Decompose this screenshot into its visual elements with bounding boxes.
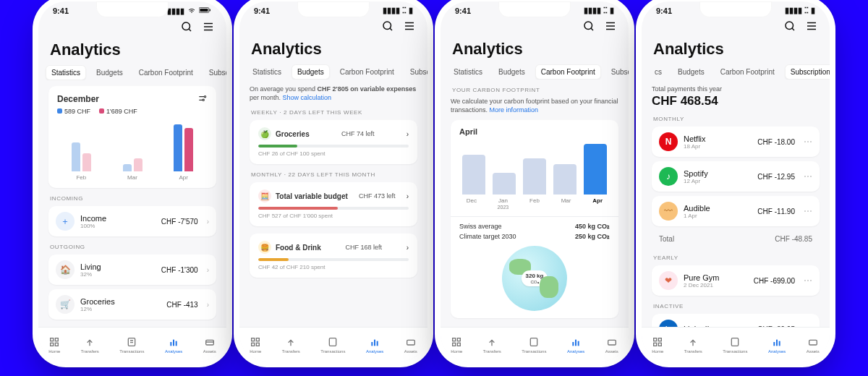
svg-rect-13 <box>176 341 177 346</box>
sum-icon: 🧮 <box>258 189 271 202</box>
search-icon[interactable] <box>582 20 595 35</box>
tab-budgets[interactable]: Budgets <box>493 64 531 80</box>
nav-home[interactable]: Home <box>451 336 462 354</box>
nav-home[interactable]: Home <box>48 336 60 354</box>
cart-icon: 🛒 <box>56 295 75 314</box>
phone-notch <box>297 1 370 17</box>
svg-rect-27 <box>458 338 461 341</box>
tab-carbon[interactable]: Carbon Footprint <box>133 65 199 80</box>
more-info-link[interactable]: More information <box>490 106 539 114</box>
more-icon[interactable]: ⋯ <box>804 275 812 286</box>
content-scroll[interactable]: YOUR CARBON FOOTPRINT We calculate your … <box>441 80 629 353</box>
income-row[interactable]: ＋ Income 100% CHF -7'570 › <box>48 206 216 236</box>
search-icon[interactable] <box>180 20 193 36</box>
nav-transfers[interactable]: Transfers <box>684 336 702 354</box>
tab-carbon[interactable]: Carbon Footprint <box>715 64 780 80</box>
chevron-right-icon: › <box>407 192 409 200</box>
svg-point-15 <box>383 22 391 30</box>
nav-transactions[interactable]: Transactions <box>119 336 144 354</box>
tab-carbon[interactable]: Carbon Footprint <box>535 64 601 80</box>
nav-transactions[interactable]: Transactions <box>522 336 546 354</box>
bar-apr <box>584 144 607 195</box>
svg-rect-26 <box>453 338 456 341</box>
nav-transactions[interactable]: Transactions <box>723 336 747 354</box>
nav-assets[interactable]: Assets <box>605 336 618 354</box>
netflix-icon: N <box>659 132 678 151</box>
nav-analyses[interactable]: Analyses <box>366 336 383 354</box>
stat-swiss-average: Swiss average450 kg CO₂ <box>459 223 610 230</box>
tab-budgets[interactable]: Budgets <box>292 64 330 80</box>
tab-statistics[interactable]: Statistics <box>247 64 287 80</box>
chevron-right-icon: › <box>407 244 409 252</box>
outgoing-row-living[interactable]: 🏠 Living 32% CHF -1'300 › <box>48 255 216 285</box>
svg-rect-9 <box>56 343 59 346</box>
monthly-card: N Netflix18 Apr CHF -18.00⋯ ♪ Spotify12 … <box>652 127 820 247</box>
menu-icon[interactable] <box>202 20 215 36</box>
budget-intro: On average you spend CHF 2'805 on variab… <box>250 85 417 102</box>
svg-rect-6 <box>51 338 54 341</box>
globe-value: 320 kg CO₂ <box>522 270 548 286</box>
menu-icon[interactable] <box>805 20 818 35</box>
search-icon[interactable] <box>783 20 796 35</box>
sub-row-netflix[interactable]: N Netflix18 Apr CHF -18.00⋯ <box>652 127 820 157</box>
nav-assets[interactable]: Assets <box>807 336 820 354</box>
nav-analyses[interactable]: Analyses <box>768 336 786 354</box>
content-scroll[interactable]: December 589 CHF 1'689 CHF <box>38 80 226 354</box>
nav-analyses[interactable]: Analyses <box>567 336 584 354</box>
nav-transfers[interactable]: Transfers <box>282 336 300 354</box>
bar-chart <box>57 121 208 171</box>
more-icon[interactable]: ⋯ <box>804 137 812 147</box>
status-time: 9:41 <box>656 7 672 15</box>
budget-total-variable[interactable]: 🧮Total variable budget CHF 473 left› CHF… <box>250 182 417 226</box>
menu-icon[interactable] <box>604 20 617 35</box>
nav-transfers[interactable]: Transfers <box>81 336 99 354</box>
tab-subscriptions[interactable]: Subsc <box>404 64 427 80</box>
tab-carbon[interactable]: Carbon Footprint <box>334 64 400 80</box>
tab-statistics[interactable]: Statistics <box>46 65 86 80</box>
nav-analyses[interactable]: Analyses <box>165 336 182 354</box>
tab-statistics[interactable]: cs <box>649 64 668 80</box>
tab-subscriptions[interactable]: Subsc <box>605 64 629 80</box>
tab-budgets[interactable]: Budgets <box>672 64 710 80</box>
nav-home[interactable]: Home <box>250 336 261 354</box>
bar-group-feb <box>61 142 101 171</box>
svg-rect-22 <box>374 339 375 346</box>
outgoing-row-groceries[interactable]: 🛒 Groceries 12% CHF -413 › <box>48 289 216 320</box>
svg-point-3 <box>182 22 190 30</box>
monthly-label: MONTHLY <box>653 116 818 122</box>
tab-budgets[interactable]: Budgets <box>90 65 129 80</box>
carbon-xlabels: Dec Jan2023 Feb Mar Apr <box>459 195 610 210</box>
nav-transfers[interactable]: Transfers <box>483 336 501 354</box>
svg-rect-19 <box>257 343 260 346</box>
menu-icon[interactable] <box>403 20 416 35</box>
filter-icon[interactable] <box>197 93 208 105</box>
chart-legend: 589 CHF 1'689 CHF <box>57 108 208 115</box>
svg-rect-33 <box>578 341 579 346</box>
show-calculation-link[interactable]: Show calculation <box>283 94 332 101</box>
yearly-label: YEARLY <box>653 255 818 261</box>
phone-carbon: 9:41 ▮▮▮▮ ⵆ ▮ Analytics Statistics Budge… <box>441 1 629 362</box>
nav-transactions[interactable]: Transactions <box>320 336 345 354</box>
carbon-chart-card: April Dec Jan2023 Feb Mar Apr Swiss aver… <box>451 120 618 318</box>
income-amount: CHF -7'570 <box>161 218 198 226</box>
tab-subscriptions[interactable]: Subscriptions <box>785 64 830 80</box>
sub-row-puregym[interactable]: ❤ Pure Gym2 Dec 2021 CHF -699.00⋯ <box>652 265 820 296</box>
tab-subscriptions[interactable]: Subscriptions <box>203 65 226 80</box>
budget-food-drink[interactable]: 🍔Food & Drink CHF 168 left› CHF 42 of CH… <box>250 234 417 278</box>
content-scroll[interactable]: Total payments this year CHF 468.54 MONT… <box>642 80 830 353</box>
content-scroll[interactable]: On average you spend CHF 2'805 on variab… <box>239 80 427 353</box>
sub-row-spotify[interactable]: ♪ Spotify12 Apr CHF -12.95⋯ <box>652 161 820 192</box>
more-icon[interactable]: ⋯ <box>804 206 812 216</box>
tab-statistics[interactable]: Statistics <box>448 64 488 80</box>
nav-home[interactable]: Home <box>652 336 663 354</box>
chart-month: December <box>57 94 99 104</box>
page-title: Analytics <box>441 35 629 64</box>
nav-assets[interactable]: Assets <box>404 336 417 354</box>
nav-assets[interactable]: Assets <box>203 336 216 354</box>
search-icon[interactable] <box>381 20 394 35</box>
month-chart-card: December 589 CHF 1'689 CHF <box>48 86 216 188</box>
budget-groceries[interactable]: 🍏Groceries CHF 74 left› CHF 26 of CHF 10… <box>250 120 417 164</box>
sub-row-audible[interactable]: 〰 Audible1 Apr CHF -11.90⋯ <box>652 196 820 226</box>
legend-pink: 1'689 CHF <box>99 108 137 115</box>
more-icon[interactable]: ⋯ <box>804 171 812 181</box>
